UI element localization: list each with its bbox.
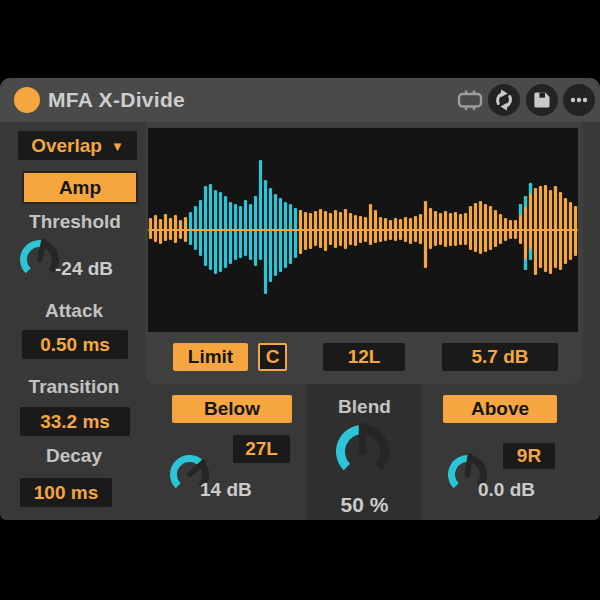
waveform-bar: [524, 259, 527, 270]
screen-background: MFA X-Divide: [0, 0, 600, 600]
waveform-bar: [234, 204, 237, 260]
waveform-bar: [294, 208, 297, 258]
chevron-down-icon: ▼: [111, 139, 124, 154]
blend-value: 50 %: [307, 493, 422, 517]
mfa-x-divide-device: MFA X-Divide: [0, 78, 600, 520]
above-pan-field[interactable]: 9R: [503, 443, 555, 469]
blend-knob[interactable]: [334, 423, 391, 480]
waveform-bar: [374, 210, 377, 243]
above-gain-value: 0.0 dB: [478, 479, 535, 501]
waveform-bar: [424, 201, 427, 268]
waveform-bar: [279, 198, 282, 272]
waveform-bar: [544, 185, 547, 272]
below-toggle-button[interactable]: Below: [172, 395, 292, 423]
waveform-bar: [194, 206, 197, 250]
transition-label: Transition: [0, 376, 148, 398]
decay-value-field[interactable]: 100 ms: [20, 478, 112, 507]
decay-label: Decay: [0, 445, 148, 467]
attack-value-field[interactable]: 0.50 ms: [22, 330, 128, 359]
blend-label: Blend: [307, 396, 422, 418]
knob-arc: [174, 459, 202, 486]
save-icon: [526, 84, 558, 116]
waveform-bar: [199, 200, 202, 256]
below-pan-field[interactable]: 27L: [233, 435, 290, 463]
waveform-bar: [524, 196, 527, 207]
transition-value-field[interactable]: 33.2 ms: [20, 407, 130, 436]
waveform-bar: [434, 211, 437, 246]
waveform-bar: [259, 160, 262, 260]
below-gain-value: 14 dB: [200, 479, 252, 501]
waveform-bar: [159, 219, 162, 244]
waveform-bar: [494, 210, 497, 247]
waveform-bar: [204, 186, 207, 266]
waveform-bar: [219, 192, 222, 272]
crossover-gain-field[interactable]: 5.7 dB: [442, 343, 558, 371]
waveform-bar: [529, 183, 532, 194]
waveform-bar: [529, 249, 532, 260]
waveform-bar: [539, 186, 542, 268]
waveform-bar: [249, 204, 252, 260]
waveform-bar: [319, 209, 322, 248]
waveform-bar: [189, 212, 192, 245]
hot-swap-icon: [488, 84, 520, 116]
waveform-bar: [214, 190, 217, 274]
amp-toggle-button[interactable]: Amp: [22, 171, 138, 204]
waveform-bar: [274, 194, 277, 276]
above-toggle-button[interactable]: Above: [443, 395, 557, 423]
waveform-bar: [479, 201, 482, 254]
device-activator-button[interactable]: [14, 87, 40, 113]
waveform-bar: [264, 180, 267, 294]
waveform-bar: [229, 202, 232, 264]
waveform-bar: [164, 214, 167, 241]
waveform-bar: [484, 204, 487, 252]
limit-toggle-button[interactable]: Limit: [173, 343, 248, 371]
waveform-bar: [269, 188, 272, 282]
waveform-bar: [209, 184, 212, 270]
waveform-bar: [519, 204, 522, 215]
save-preset-button[interactable]: [526, 84, 558, 116]
device-title: MFA X-Divide: [48, 78, 185, 122]
threshold-label: Threshold: [0, 211, 150, 233]
waveform-bar: [474, 203, 477, 252]
crossover-pan-field[interactable]: 12L: [323, 343, 405, 371]
waveform-bar: [314, 211, 317, 246]
knob-pointer: [468, 456, 471, 474]
device-title-bar: MFA X-Divide: [0, 78, 600, 122]
waveform-bar: [429, 208, 432, 249]
waveform-zero-line: [148, 229, 578, 231]
waveform-bar: [149, 218, 152, 239]
threshold-value: -24 dB: [55, 258, 113, 280]
more-options-button[interactable]: [563, 84, 595, 116]
waveform-bar: [469, 206, 472, 250]
mode-dropdown[interactable]: Overlap ▼: [18, 131, 137, 160]
device-hardware-icon[interactable]: [456, 89, 484, 111]
waveform-bar: [554, 186, 557, 268]
waveform-bar: [284, 202, 287, 268]
waveform-bar: [224, 196, 227, 268]
waveform-bar: [299, 210, 302, 254]
attack-label: Attack: [0, 300, 148, 322]
waveform-bar: [289, 204, 292, 264]
waveform-bar: [489, 206, 492, 250]
crossover-listen-button[interactable]: C: [258, 343, 287, 371]
waveform-bar: [244, 200, 247, 256]
waveform-bar: [534, 188, 537, 275]
waveform-bar: [369, 204, 372, 245]
waveform-bar: [529, 183, 532, 260]
waveform-display: [148, 128, 578, 332]
waveform-bar: [549, 190, 552, 274]
more-options-icon: [563, 84, 595, 116]
mode-dropdown-value: Overlap: [31, 135, 102, 157]
hot-swap-button[interactable]: [488, 84, 520, 116]
waveform-bar: [524, 196, 527, 270]
waveform-bar: [154, 215, 157, 242]
waveform-bar: [239, 206, 242, 258]
